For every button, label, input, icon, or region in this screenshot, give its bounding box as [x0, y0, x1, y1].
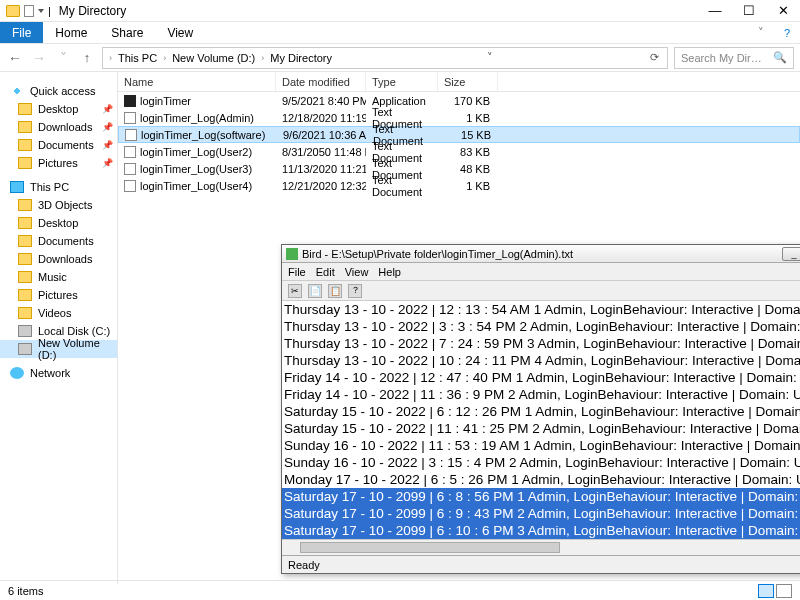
log-line[interactable]: Monday 17 - 10 - 2022 | 6 : 5 : 26 PM 1 … [282, 471, 800, 488]
file-row[interactable]: loginTimer_Log(User3)11/13/2020 11:21 AM… [118, 160, 800, 177]
sidebar-item-pictures2[interactable]: Pictures [0, 286, 117, 304]
log-line[interactable]: Sunday 16 - 10 - 2022 | 3 : 15 : 4 PM 2 … [282, 454, 800, 471]
breadcrumb[interactable]: This PC [116, 52, 159, 64]
sidebar-item-downloads2[interactable]: Downloads [0, 250, 117, 268]
sidebar-this-pc[interactable]: This PC [0, 178, 117, 196]
bird-menu-file[interactable]: File [288, 266, 306, 278]
file-name: loginTimer_Log(User3) [140, 163, 252, 175]
bird-titlebar[interactable]: Bird - E:\Setup\Private folder\loginTime… [282, 245, 800, 263]
ribbon-expand-icon[interactable]: ˅ [748, 22, 774, 43]
details-view-button[interactable] [758, 584, 774, 598]
folder-icon [18, 199, 32, 211]
file-row[interactable]: loginTimer_Log(software)9/6/2021 10:36 A… [118, 126, 800, 143]
sidebar-item-documents2[interactable]: Documents [0, 232, 117, 250]
star-icon [10, 85, 24, 97]
log-line[interactable]: Saturday 17 - 10 - 2099 | 6 : 8 : 56 PM … [282, 488, 800, 505]
breadcrumb[interactable]: My Directory [268, 52, 334, 64]
up-button[interactable]: ↑ [78, 50, 96, 65]
text-file-icon [124, 163, 136, 175]
folder-icon [18, 103, 32, 115]
address-bar[interactable]: › This PC › New Volume (D:) › My Directo… [102, 47, 668, 69]
cut-icon[interactable]: ✂ [288, 284, 302, 298]
log-line[interactable]: Saturday 15 - 10 - 2022 | 11 : 41 : 25 P… [282, 420, 800, 437]
bird-menubar: File Edit View Help [282, 263, 800, 281]
sidebar-item-music[interactable]: Music [0, 268, 117, 286]
minimize-button[interactable]: — [698, 0, 732, 22]
bird-menu-edit[interactable]: Edit [316, 266, 335, 278]
forward-button[interactable]: → [30, 50, 48, 66]
text-file-icon [124, 180, 136, 192]
log-line[interactable]: Thursday 13 - 10 - 2022 | 3 : 3 : 54 PM … [282, 318, 800, 335]
chevron-icon[interactable]: › [259, 53, 266, 63]
log-line[interactable]: Friday 14 - 10 - 2022 | 12 : 47 : 40 PM … [282, 369, 800, 386]
folder-icon[interactable] [6, 5, 20, 17]
qat-dropdown-icon[interactable] [38, 9, 44, 13]
sidebar-item-desktop2[interactable]: Desktop [0, 214, 117, 232]
sidebar-item-desktop[interactable]: Desktop📌 [0, 100, 117, 118]
chevron-icon[interactable]: › [161, 53, 168, 63]
sidebar-item-documents[interactable]: Documents📌 [0, 136, 117, 154]
file-row[interactable]: loginTimer9/5/2021 8:40 PMApplication170… [118, 92, 800, 109]
folder-icon [18, 157, 32, 169]
disk-icon [18, 325, 32, 337]
recent-dropdown-icon[interactable]: ˅ [54, 50, 72, 66]
file-row[interactable]: loginTimer_Log(User4)12/21/2020 12:32 AM… [118, 177, 800, 194]
column-headers: Name Date modified Type Size [118, 72, 800, 92]
file-name: loginTimer_Log(User2) [140, 146, 252, 158]
back-button[interactable]: ← [6, 50, 24, 66]
log-line[interactable]: Sunday 16 - 10 - 2022 | 11 : 53 : 19 AM … [282, 437, 800, 454]
history-dropdown-icon[interactable]: ˅ [483, 51, 497, 64]
status-text: 6 items [8, 585, 43, 597]
file-modified: 8/31/2050 11:48 PM [276, 146, 366, 158]
search-icon: 🔍 [773, 51, 787, 64]
folder-icon [18, 121, 32, 133]
log-line[interactable]: Thursday 13 - 10 - 2022 | 7 : 24 : 59 PM… [282, 335, 800, 352]
share-tab[interactable]: Share [99, 22, 155, 43]
sidebar-item-pictures[interactable]: Pictures📌 [0, 154, 117, 172]
help-icon[interactable]: ? [774, 22, 800, 43]
paste-icon[interactable]: 📋 [328, 284, 342, 298]
file-row[interactable]: loginTimer_Log(User2)8/31/2050 11:48 PMT… [118, 143, 800, 160]
view-tab[interactable]: View [155, 22, 205, 43]
sidebar-item-new-volume[interactable]: New Volume (D:) [0, 340, 117, 358]
search-placeholder: Search My Dir… [681, 52, 762, 64]
sidebar-item-videos[interactable]: Videos [0, 304, 117, 322]
thumbnails-view-button[interactable] [776, 584, 792, 598]
file-tab[interactable]: File [0, 22, 43, 43]
bird-menu-view[interactable]: View [345, 266, 369, 278]
bird-minimize-button[interactable]: _ [782, 247, 800, 261]
col-type[interactable]: Type [366, 72, 438, 91]
horizontal-scrollbar[interactable] [282, 539, 800, 555]
sidebar-item-3dobjects[interactable]: 3D Objects [0, 196, 117, 214]
log-line[interactable]: Saturday 17 - 10 - 2099 | 6 : 9 : 43 PM … [282, 505, 800, 522]
help-icon[interactable]: ？ [348, 284, 362, 298]
col-name[interactable]: Name [118, 72, 276, 91]
bird-statusbar: Ready [282, 555, 800, 573]
chevron-icon[interactable]: › [107, 53, 114, 63]
log-line[interactable]: Friday 14 - 10 - 2022 | 11 : 36 : 9 PM 2… [282, 386, 800, 403]
file-size: 15 KB [439, 129, 499, 141]
log-line[interactable]: Saturday 17 - 10 - 2099 | 6 : 10 : 6 PM … [282, 522, 800, 539]
sidebar-item-downloads[interactable]: Downloads📌 [0, 118, 117, 136]
breadcrumb[interactable]: New Volume (D:) [170, 52, 257, 64]
scrollbar-thumb[interactable] [300, 542, 560, 553]
close-button[interactable]: ✕ [766, 0, 800, 22]
maximize-button[interactable]: ☐ [732, 0, 766, 22]
col-size[interactable]: Size [438, 72, 498, 91]
document-icon[interactable] [24, 5, 34, 17]
file-modified: 12/21/2020 12:32 AM [276, 180, 366, 192]
bird-menu-help[interactable]: Help [378, 266, 401, 278]
folder-icon [18, 307, 32, 319]
log-line[interactable]: Thursday 13 - 10 - 2022 | 10 : 24 : 11 P… [282, 352, 800, 369]
file-row[interactable]: loginTimer_Log(Admin)12/18/2020 11:19 PM… [118, 109, 800, 126]
search-input[interactable]: Search My Dir… 🔍 [674, 47, 794, 69]
bird-text-area[interactable]: Thursday 13 - 10 - 2022 | 12 : 13 : 54 A… [282, 301, 800, 555]
sidebar-quick-access[interactable]: Quick access [0, 82, 117, 100]
col-modified[interactable]: Date modified [276, 72, 366, 91]
log-line[interactable]: Saturday 15 - 10 - 2022 | 6 : 12 : 26 PM… [282, 403, 800, 420]
copy-icon[interactable]: 📄 [308, 284, 322, 298]
log-line[interactable]: Thursday 13 - 10 - 2022 | 12 : 13 : 54 A… [282, 301, 800, 318]
home-tab[interactable]: Home [43, 22, 99, 43]
sidebar-network[interactable]: Network [0, 364, 117, 382]
refresh-icon[interactable]: ⟳ [646, 51, 663, 64]
